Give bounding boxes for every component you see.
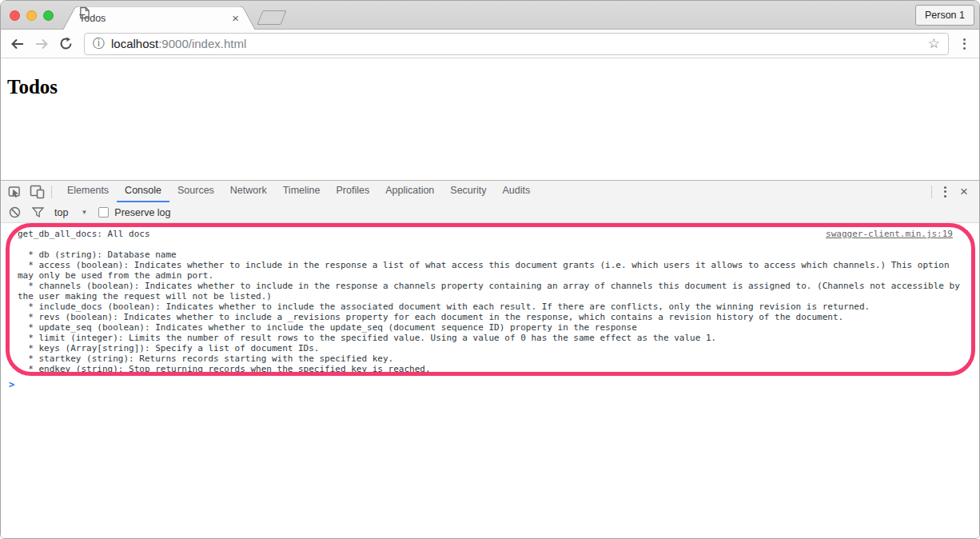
tab-profiles[interactable]: Profiles	[328, 181, 377, 202]
filter-button[interactable]	[31, 206, 44, 219]
page-favicon-icon	[79, 6, 90, 19]
devtools-tabs: Elements Console Sources Network Timelin…	[59, 181, 538, 202]
url-text[interactable]: localhost:9000/index.html	[111, 37, 922, 50]
tab-console[interactable]: Console	[117, 181, 169, 202]
tab-network[interactable]: Network	[222, 181, 275, 202]
reload-icon	[59, 37, 73, 50]
forward-button[interactable]	[31, 34, 52, 54]
bookmark-star-icon[interactable]: ☆	[928, 35, 940, 52]
back-button[interactable]	[7, 34, 28, 54]
window-close-button[interactable]	[10, 10, 20, 21]
devtools-close-icon[interactable]: ×	[954, 184, 974, 200]
devtools-controls: ×	[927, 182, 979, 202]
filter-funnel-icon	[32, 207, 44, 218]
clear-console-button[interactable]	[8, 206, 21, 219]
forward-arrow-icon	[34, 38, 49, 50]
url-path: :9000/index.html	[158, 37, 246, 50]
window-zoom-button[interactable]	[43, 10, 54, 21]
preserve-log-label: Preserve log	[114, 207, 170, 218]
inspect-cursor-icon	[8, 184, 24, 199]
traffic-lights	[10, 10, 54, 21]
url-host: localhost	[111, 37, 158, 50]
clear-console-icon	[9, 206, 21, 218]
preserve-log-checkbox[interactable]	[98, 207, 109, 218]
tab-strip: Todos × Person 1	[1, 1, 979, 30]
device-toolbar-button[interactable]	[26, 181, 47, 202]
console-prompt[interactable]: >	[1, 379, 979, 390]
prompt-chevron-icon: >	[9, 379, 14, 390]
tab-close-icon[interactable]: ×	[232, 12, 239, 24]
context-label: top	[54, 207, 68, 218]
device-toolbar-icon	[30, 184, 45, 199]
devtools-panel: Elements Console Sources Network Timelin…	[1, 180, 979, 539]
back-arrow-icon	[10, 38, 25, 50]
address-bar[interactable]: ⓘ localhost:9000/index.html ☆	[84, 33, 949, 55]
console-source-link[interactable]: swagger-client.min.js:19	[826, 229, 953, 239]
window-minimize-button[interactable]	[26, 10, 37, 21]
console-message: get_db_all_docs: All docs * db (string):…	[1, 223, 979, 374]
tab-timeline[interactable]: Timeline	[275, 181, 329, 202]
browser-window: Todos × Person 1 ⓘ localhost:9000/in	[0, 0, 980, 539]
reload-button[interactable]	[55, 34, 76, 54]
chrome-menu-icon[interactable]	[955, 34, 973, 54]
toolbar-separator	[931, 186, 932, 198]
page-content: Todos	[1, 58, 979, 180]
console-toolbar: top ▼ Preserve log	[1, 202, 979, 223]
inspect-element-button[interactable]	[6, 181, 26, 202]
tab-elements[interactable]: Elements	[59, 181, 117, 202]
new-tab-button[interactable]	[257, 10, 286, 25]
chevron-down-icon: ▼	[81, 209, 87, 216]
devtools-menu-icon[interactable]	[936, 182, 954, 202]
page-title: Todos	[7, 76, 973, 98]
tab-security[interactable]: Security	[442, 181, 494, 202]
execution-context-selector[interactable]: top ▼	[54, 207, 87, 218]
page-info-icon[interactable]: ⓘ	[93, 36, 105, 51]
tab-title: Todos	[79, 13, 225, 24]
toolbar-separator	[51, 186, 52, 198]
tab-audits[interactable]: Audits	[494, 181, 538, 202]
navigation-bar: ⓘ localhost:9000/index.html ☆	[1, 30, 979, 58]
profile-button[interactable]: Person 1	[915, 5, 974, 26]
devtools-tab-bar: Elements Console Sources Network Timelin…	[1, 181, 979, 202]
browser-tab[interactable]: Todos ×	[63, 6, 255, 30]
console-output: get_db_all_docs: All docs * db (string):…	[1, 223, 979, 539]
tab-sources[interactable]: Sources	[169, 181, 222, 202]
tab-application[interactable]: Application	[377, 181, 442, 202]
